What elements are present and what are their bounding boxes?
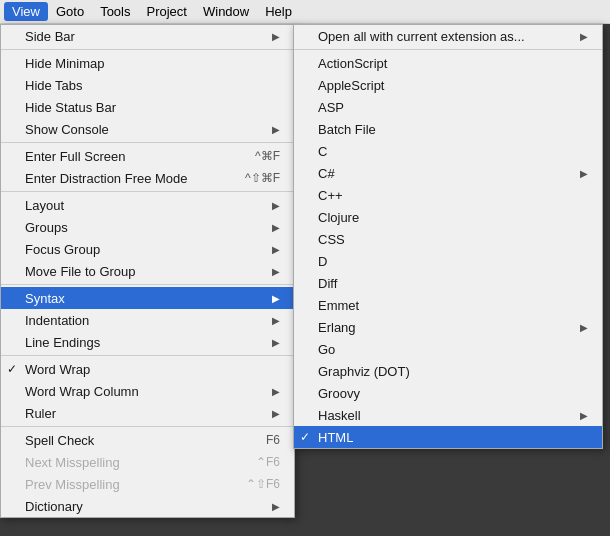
menu-item-line-endings[interactable]: Line Endings ▶ — [1, 331, 294, 353]
menubar-item-project[interactable]: Project — [139, 2, 195, 21]
haskell-arrow-icon: ▶ — [580, 410, 588, 421]
indentation-arrow-icon: ▶ — [272, 315, 280, 326]
line-endings-arrow-icon: ▶ — [272, 337, 280, 348]
submenu-item-graphviz[interactable]: Graphviz (DOT) — [294, 360, 602, 382]
menu-item-hide-minimap[interactable]: Hide Minimap — [1, 52, 294, 74]
focus-group-arrow-icon: ▶ — [272, 244, 280, 255]
menubar-item-window[interactable]: Window — [195, 2, 257, 21]
menu-item-prev-misspelling[interactable]: Prev Misspelling ⌃⇧F6 — [1, 473, 294, 495]
fullscreen-shortcut: ^⌘F — [255, 149, 280, 163]
view-menu-dropdown: Side Bar ▶ Hide Minimap Hide Tabs Hide S… — [0, 24, 295, 518]
submenu-item-batch-file[interactable]: Batch File — [294, 118, 602, 140]
menu-item-dictionary[interactable]: Dictionary ▶ — [1, 495, 294, 517]
submenu-item-applescript[interactable]: AppleScript — [294, 74, 602, 96]
menu-item-distraction-free[interactable]: Enter Distraction Free Mode ^⇧⌘F — [1, 167, 294, 189]
submenu-item-csharp[interactable]: C# ▶ — [294, 162, 602, 184]
menubar: View Goto Tools Project Window Help — [0, 0, 610, 24]
separator-2 — [1, 142, 294, 143]
menu-item-groups[interactable]: Groups ▶ — [1, 216, 294, 238]
menu-item-next-misspelling[interactable]: Next Misspelling ⌃F6 — [1, 451, 294, 473]
submenu-item-css[interactable]: CSS — [294, 228, 602, 250]
menu-item-indentation[interactable]: Indentation ▶ — [1, 309, 294, 331]
csharp-arrow-icon: ▶ — [580, 168, 588, 179]
next-misspelling-shortcut: ⌃F6 — [256, 455, 280, 469]
html-checkmark: ✓ — [300, 430, 310, 444]
submenu-item-go[interactable]: Go — [294, 338, 602, 360]
syntax-separator-1 — [294, 49, 602, 50]
separator-1 — [1, 49, 294, 50]
groups-arrow-icon: ▶ — [272, 222, 280, 233]
menu-item-word-wrap[interactable]: ✓ Word Wrap — [1, 358, 294, 380]
word-wrap-col-arrow-icon: ▶ — [272, 386, 280, 397]
menubar-item-tools[interactable]: Tools — [92, 2, 138, 21]
submenu-item-asp[interactable]: ASP — [294, 96, 602, 118]
submenu-item-erlang[interactable]: Erlang ▶ — [294, 316, 602, 338]
submenu-item-emmet[interactable]: Emmet — [294, 294, 602, 316]
open-all-arrow-icon: ▶ — [580, 31, 588, 42]
separator-3 — [1, 191, 294, 192]
menu-item-word-wrap-column[interactable]: Word Wrap Column ▶ — [1, 380, 294, 402]
menu-item-show-console[interactable]: Show Console ▶ — [1, 118, 294, 140]
submenu-item-clojure[interactable]: Clojure — [294, 206, 602, 228]
submenu-item-cpp[interactable]: C++ — [294, 184, 602, 206]
separator-5 — [1, 355, 294, 356]
menu-item-focus-group[interactable]: Focus Group ▶ — [1, 238, 294, 260]
distraction-free-shortcut: ^⇧⌘F — [245, 171, 280, 185]
arrow-icon: ▶ — [272, 31, 280, 42]
menu-item-sidebar[interactable]: Side Bar ▶ — [1, 25, 294, 47]
move-file-arrow-icon: ▶ — [272, 266, 280, 277]
syntax-arrow-icon: ▶ — [272, 293, 280, 304]
layout-arrow-icon: ▶ — [272, 200, 280, 211]
erlang-arrow-icon: ▶ — [580, 322, 588, 333]
menu-item-spell-check[interactable]: Spell Check F6 — [1, 429, 294, 451]
menubar-item-help[interactable]: Help — [257, 2, 300, 21]
dictionary-arrow-icon: ▶ — [272, 501, 280, 512]
submenu-item-html[interactable]: ✓ HTML — [294, 426, 602, 448]
submenu-item-actionscript[interactable]: ActionScript — [294, 52, 602, 74]
menu-item-hide-tabs[interactable]: Hide Tabs — [1, 74, 294, 96]
word-wrap-checkmark: ✓ — [7, 362, 17, 376]
show-console-arrow-icon: ▶ — [272, 124, 280, 135]
menu-item-fullscreen[interactable]: Enter Full Screen ^⌘F — [1, 145, 294, 167]
menubar-item-view[interactable]: View — [4, 2, 48, 21]
submenu-item-c[interactable]: C — [294, 140, 602, 162]
menubar-item-goto[interactable]: Goto — [48, 2, 92, 21]
menu-item-ruler[interactable]: Ruler ▶ — [1, 402, 294, 424]
menu-item-move-file[interactable]: Move File to Group ▶ — [1, 260, 294, 282]
submenu-item-groovy[interactable]: Groovy — [294, 382, 602, 404]
ruler-arrow-icon: ▶ — [272, 408, 280, 419]
submenu-item-diff[interactable]: Diff — [294, 272, 602, 294]
syntax-submenu-dropdown: Open all with current extension as... ▶ … — [293, 24, 603, 449]
menu-item-syntax[interactable]: Syntax ▶ — [1, 287, 294, 309]
menu-item-hide-statusbar[interactable]: Hide Status Bar — [1, 96, 294, 118]
separator-4 — [1, 284, 294, 285]
separator-6 — [1, 426, 294, 427]
menu-item-layout[interactable]: Layout ▶ — [1, 194, 294, 216]
submenu-item-d[interactable]: D — [294, 250, 602, 272]
spell-check-shortcut: F6 — [266, 433, 280, 447]
submenu-item-haskell[interactable]: Haskell ▶ — [294, 404, 602, 426]
submenu-item-open-all[interactable]: Open all with current extension as... ▶ — [294, 25, 602, 47]
prev-misspelling-shortcut: ⌃⇧F6 — [246, 477, 280, 491]
